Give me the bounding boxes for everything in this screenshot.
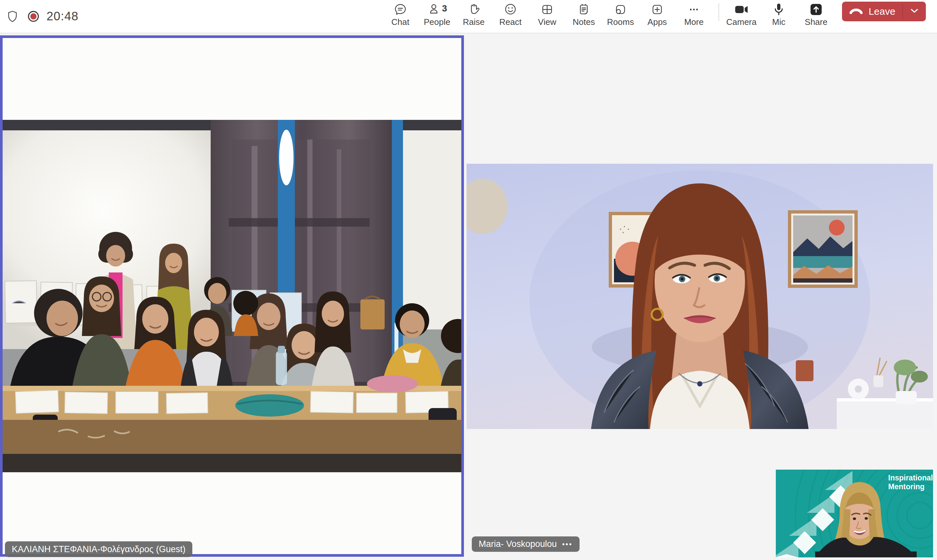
apps-label: Apps — [647, 17, 667, 27]
more-ellipsis-icon — [687, 2, 701, 17]
people-button[interactable]: 3 People — [419, 0, 455, 33]
meeting-toolbar: 20:48 Chat 3 People — [0, 0, 937, 34]
notes-button[interactable]: Notes — [566, 0, 602, 33]
chat-icon — [393, 2, 407, 17]
video-tile-classroom[interactable]: ΚΑΛΙΑΝΗ ΣΤΕΦΑΝΙΑ-Φολέγανδρος (Guest) — [0, 35, 464, 557]
participant-name: Maria- Voskopoulou — [479, 539, 557, 549]
participant-more-options-icon[interactable]: ••• — [562, 540, 573, 549]
recording-indicator-icon — [27, 10, 40, 23]
mic-label: Mic — [772, 17, 785, 27]
view-grid-icon — [540, 2, 554, 17]
raise-hand-button[interactable]: Raise — [455, 0, 492, 33]
react-button[interactable]: React — [492, 0, 529, 33]
react-smiley-icon — [504, 2, 517, 17]
more-label: More — [684, 17, 703, 27]
view-button[interactable]: View — [529, 0, 566, 33]
share-button[interactable]: Share — [797, 0, 835, 33]
video-maria[interactable] — [467, 164, 933, 429]
leave-split-button: Leave — [842, 2, 926, 21]
artwork-right — [788, 210, 858, 288]
name-label-maria[interactable]: Maria- Voskopoulou ••• — [472, 537, 579, 552]
camera-button[interactable]: Camera — [723, 0, 760, 33]
toolbar-actions-group: Chat 3 People Raise — [382, 0, 712, 33]
people-count-badge: 3 — [442, 3, 447, 14]
meeting-stage: ΚΑΛΙΑΝΗ ΣΤΕΦΑΝΙΑ-Φολέγανδρος (Guest) — [0, 33, 937, 560]
share-label: Share — [804, 17, 827, 27]
people-label: People — [424, 17, 450, 27]
chat-button[interactable]: Chat — [382, 0, 419, 33]
apps-icon — [650, 2, 664, 17]
rooms-icon — [613, 2, 627, 17]
leave-label: Leave — [869, 6, 895, 17]
self-view-tile[interactable]: Inspirational Mentoring — [776, 469, 933, 557]
meeting-timer: 20:48 — [46, 9, 79, 23]
notes-label: Notes — [573, 17, 595, 27]
share-screen-icon — [809, 2, 823, 17]
toolbar-status-group: 20:48 — [6, 0, 79, 33]
chevron-down-icon — [910, 8, 919, 15]
participant-name: ΚΑΛΙΑΝΗ ΣΤΕΦΑΝΙΑ-Φολέγανδρος (Guest) — [12, 544, 185, 554]
self-video-feed: Inspirational Mentoring — [776, 469, 933, 557]
classroom-video-feed — [3, 120, 461, 472]
shield-icon — [6, 10, 19, 23]
view-label: View — [538, 17, 556, 27]
mic-icon — [772, 2, 786, 17]
apps-button[interactable]: Apps — [639, 0, 675, 33]
camera-icon — [734, 2, 749, 17]
more-button[interactable]: More — [675, 0, 712, 33]
toolbar-divider — [718, 3, 719, 21]
brand-line2: Mentoring — [888, 482, 925, 491]
notes-icon — [577, 2, 591, 17]
chat-label: Chat — [391, 17, 410, 27]
rooms-button[interactable]: Rooms — [602, 0, 639, 33]
mic-button[interactable]: Mic — [760, 0, 797, 33]
rooms-label: Rooms — [607, 17, 634, 27]
name-label-classroom: ΚΑΛΙΑΝΗ ΣΤΕΦΑΝΙΑ-Φολέγανδρος (Guest) — [5, 542, 192, 557]
leave-options-button[interactable] — [903, 2, 926, 21]
raise-hand-icon — [467, 2, 481, 17]
people-icon — [428, 2, 441, 17]
camera-label: Camera — [726, 17, 757, 27]
brand-line1: Inspirational — [888, 474, 933, 482]
toolbar-devices-group: Camera Mic Share — [723, 0, 835, 33]
raise-label: Raise — [463, 17, 485, 27]
leave-button[interactable]: Leave — [842, 2, 902, 21]
hangup-phone-icon — [849, 6, 863, 16]
react-label: React — [499, 17, 522, 27]
